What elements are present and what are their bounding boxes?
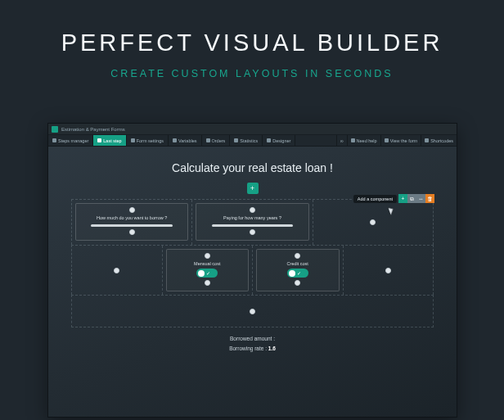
toggle-on[interactable]: ✓: [287, 269, 308, 278]
tab-label: Designer: [272, 138, 290, 143]
tab-label: Variables: [178, 138, 197, 143]
gear-icon: [131, 138, 135, 142]
grid-cell-empty[interactable]: [72, 296, 433, 327]
tab-label: Statistics: [240, 138, 258, 143]
action-label: Need help: [357, 138, 377, 143]
var-icon: [173, 138, 177, 142]
add-section-button[interactable]: +: [247, 183, 259, 194]
borrow-rate-label: Borrowing rate :: [229, 345, 267, 351]
tab-orders[interactable]: Orders: [202, 135, 231, 146]
window-title: Estimation & Payment Forms: [61, 127, 125, 132]
toggle-knob-icon: [289, 270, 295, 277]
grid-cell-empty[interactable]: Add a component + ⧉ ↔ 🗑: [313, 200, 433, 245]
app-logo-icon: [52, 126, 58, 133]
hero: PERFECT VISUAL BUILDER CREATE CUSTOM LAY…: [0, 0, 504, 79]
component-label: Paying for how many years ?: [223, 215, 281, 220]
slider-track[interactable]: [212, 224, 293, 227]
grid-cell[interactable]: Mensual cost ✓: [163, 246, 254, 295]
handle-icon: [250, 229, 255, 235]
handle-icon: [250, 207, 255, 213]
tab-label: Last step: [103, 138, 121, 143]
handle-icon: [295, 253, 300, 259]
borrow-rate-row: Borrowing rate : 1.6: [71, 344, 434, 354]
action-view-form[interactable]: View the form: [380, 135, 421, 146]
grid-cell[interactable]: Credit cost ✓: [253, 246, 344, 295]
handle-icon: [205, 253, 210, 259]
tab-last-step[interactable]: Last step: [93, 135, 126, 146]
builder-canvas: Calculate your real estate loan ! + How …: [48, 147, 457, 355]
cell-duplicate-button[interactable]: ⧉: [407, 194, 416, 203]
handle-icon: [129, 207, 135, 213]
component-slider-borrow[interactable]: How much do you want to borrow ?: [75, 203, 188, 241]
help-icon: [351, 138, 355, 142]
tab-variables[interactable]: Variables: [169, 135, 202, 146]
component-toggle-mensual[interactable]: Mensual cost ✓: [166, 249, 250, 291]
component-slider-years[interactable]: Paying for how many years ?: [196, 203, 308, 241]
tab-label: Form settings: [137, 138, 164, 143]
tab-designer[interactable]: Designer: [263, 135, 295, 146]
check-icon: ✓: [206, 270, 210, 276]
check-icon: ✓: [297, 270, 301, 276]
toolbar: Steps manager Last step Form settings Va…: [48, 135, 457, 147]
component-toggle-credit[interactable]: Credit cost ✓: [256, 249, 340, 291]
builder-window: Estimation & Payment Forms Steps manager…: [47, 123, 457, 418]
slider-track[interactable]: [91, 224, 172, 227]
borrow-rate-value: 1.6: [268, 345, 276, 351]
grid-cell-empty[interactable]: [344, 246, 434, 295]
tooltip-add-component: Add a component: [353, 195, 397, 203]
handle-icon: [205, 280, 210, 286]
handle-icon: [129, 229, 135, 235]
drop-placeholder-icon: [385, 268, 391, 273]
component-label: How much do you want to borrow ?: [97, 215, 167, 220]
code-icon: [425, 138, 429, 142]
chart-icon: [234, 138, 238, 142]
grid-cell-empty[interactable]: [72, 246, 163, 295]
action-label: View the form: [390, 138, 418, 143]
grid-row: How much do you want to borrow ? Paying …: [71, 199, 434, 245]
cell-actions: Add a component + ⧉ ↔ 🗑: [353, 194, 434, 203]
layout-grid: How much do you want to borrow ? Paying …: [71, 199, 434, 327]
component-label: Credit cost: [287, 261, 308, 266]
action-shortcodes[interactable]: Shortcodes: [421, 135, 457, 146]
mouse-cursor-icon: [389, 206, 395, 215]
component-label: Mensual cost: [194, 261, 220, 266]
canvas-title: Calculate your real estate loan !: [71, 161, 434, 174]
drop-placeholder-icon: [370, 219, 376, 225]
cell-delete-button[interactable]: 🗑: [425, 194, 434, 203]
cart-icon: [206, 138, 210, 142]
handle-icon: [295, 280, 300, 286]
drop-placeholder-icon: [250, 309, 255, 314]
tab-statistics[interactable]: Statistics: [230, 135, 263, 146]
tab-label: Orders: [212, 138, 226, 143]
toggle-knob-icon: [198, 270, 205, 277]
eye-icon: [385, 138, 389, 142]
cell-move-button[interactable]: ↔: [416, 194, 425, 203]
list-icon: [52, 138, 56, 142]
window-titlebar: Estimation & Payment Forms: [48, 124, 457, 135]
drop-placeholder-icon: [114, 268, 119, 273]
tab-label: Steps manager: [58, 138, 88, 143]
summary-area: Borrowed amount : Borrowing rate : 1.6: [71, 327, 434, 355]
action-label: Shortcodes: [430, 138, 453, 143]
cell-add-button[interactable]: +: [398, 194, 407, 203]
step-icon: [97, 138, 101, 142]
action-misc[interactable]: ∞: [336, 135, 347, 146]
infinity-icon: ∞: [340, 138, 344, 143]
grid-row: [71, 295, 434, 327]
toggle-on[interactable]: ✓: [196, 269, 218, 278]
grid-cell[interactable]: How much do you want to borrow ?: [72, 200, 192, 245]
add-row: +: [71, 183, 434, 194]
tab-form-settings[interactable]: Form settings: [127, 135, 169, 146]
hero-title: PERFECT VISUAL BUILDER: [0, 29, 504, 56]
grid-row: Mensual cost ✓ Credit cost ✓: [71, 245, 434, 295]
brush-icon: [267, 138, 271, 142]
tab-steps-manager[interactable]: Steps manager: [48, 135, 93, 146]
borrowed-amount-label: Borrowed amount :: [71, 334, 434, 344]
grid-cell[interactable]: Paying for how many years ?: [192, 200, 313, 245]
action-need-help[interactable]: Need help: [347, 135, 380, 146]
hero-subtitle: CREATE CUSTOM LAYOUTS IN SECONDS: [0, 68, 504, 79]
